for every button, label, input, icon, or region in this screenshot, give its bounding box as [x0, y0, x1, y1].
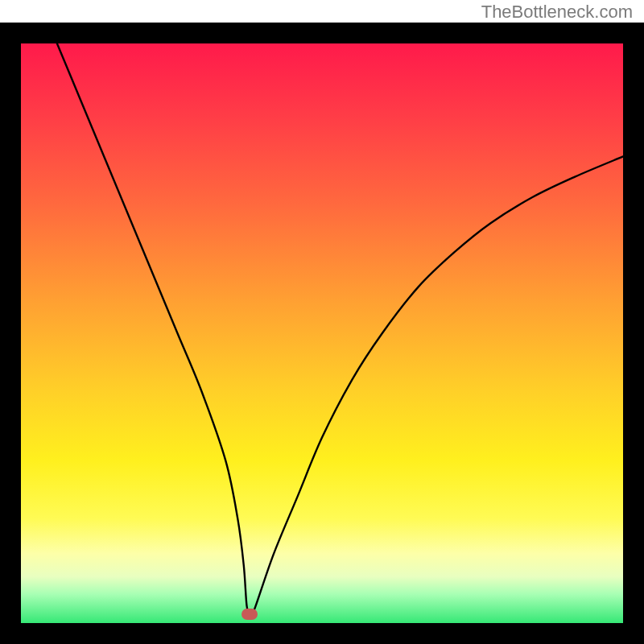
watermark-text: TheBottleneck.com — [481, 2, 633, 23]
bottleneck-curve — [21, 43, 623, 623]
chart-frame — [0, 23, 644, 644]
minimum-marker — [242, 609, 258, 620]
plot-area — [21, 43, 623, 623]
